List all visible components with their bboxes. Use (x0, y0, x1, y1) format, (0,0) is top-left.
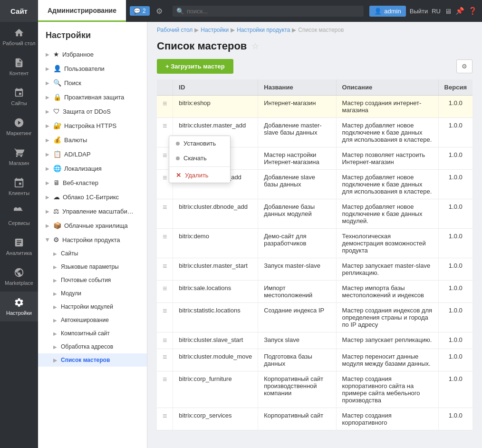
table-row[interactable]: ≡ bitrix:corp_furniture Корпоративный са… (157, 371, 472, 408)
drag-handle-icon[interactable]: ≡ (163, 412, 167, 420)
scale-icon: ⚖ (53, 207, 59, 215)
sidebar-item-cloudstorage[interactable]: ▶ 📦 Облачные хранилища (38, 218, 147, 233)
favorites-icon: ★ (53, 50, 59, 58)
sidebar-item-content[interactable]: Контент (0, 52, 38, 82)
drag-handle-icon[interactable]: ≡ (163, 122, 167, 130)
col-id-header[interactable]: ID (173, 79, 258, 96)
table-row[interactable]: ≡ bitrix:statistic.locations Создание ин… (157, 303, 472, 332)
table-row[interactable]: ≡ bitrix:sale.locations Импорт местополо… (157, 281, 472, 303)
sidebar-item-https[interactable]: ▶ 🔐 Настройка HTTPS (38, 118, 147, 133)
sidebar-item-sites-sub[interactable]: ▶ Сайты (38, 247, 147, 260)
ver-cell: 1.0.0 (438, 281, 472, 303)
breadcrumb-settings[interactable]: Настройки (201, 27, 229, 33)
breadcrumb-product[interactable]: Настройки продукта (237, 27, 290, 33)
sidebar-item-composite-sub[interactable]: ▶ Композитный сайт (38, 327, 147, 340)
col-name-header[interactable]: Название (258, 79, 336, 96)
sidebar-item-product[interactable]: ▶ ⚙ Настройки продукта (38, 233, 147, 247)
name-cell: Запуск slave (258, 332, 336, 349)
sidebar-item-marketing[interactable]: Маркетинг (0, 112, 38, 142)
admin-tab[interactable]: Администрирование (38, 0, 126, 22)
exit-button[interactable]: Выйти (410, 8, 428, 15)
drag-handle-icon[interactable]: ≡ (163, 375, 167, 383)
favorite-star-icon[interactable]: ☆ (251, 41, 259, 51)
sidebar-item-scale[interactable]: ▶ ⚖ Управление масштабирова (38, 204, 147, 218)
id-cell: bitrix:demo (173, 229, 258, 258)
drag-handle-icon[interactable]: ≡ (163, 99, 167, 107)
arrow-expanded-icon: ▶ (45, 238, 50, 242)
notifications-badge[interactable]: 💬 2 (130, 6, 150, 16)
sidebar-item-ddos[interactable]: ▶ 🛡 Защита от DDoS (38, 104, 147, 118)
sidebar-item-wizards-sub[interactable]: ▶ Список мастеров (38, 353, 147, 367)
table-row[interactable]: ≡ bitrix:cluster.module_move Подготовка … (157, 349, 472, 371)
search-sidebar-icon: 🔍 (53, 79, 61, 87)
pin-icon[interactable]: 📌 (455, 7, 464, 15)
table-row[interactable]: ≡ bitrix:cluster.dbnode_add Добавление б… (157, 199, 472, 229)
drag-handle-icon[interactable]: ≡ (163, 307, 167, 315)
desc-cell: Мастер запускает master-slave репликацию… (336, 258, 438, 281)
table-row[interactable]: ≡ bitrix:demo Демо-сайт для разработчико… (157, 229, 472, 258)
sidebar-item-users[interactable]: ▶ 👤 Пользователи (38, 61, 147, 76)
add-wizard-button[interactable]: + Загрузить мастер (157, 59, 233, 74)
admin-user-button[interactable]: 👤 admin (369, 6, 405, 17)
ver-cell: 1.0.0 (438, 408, 472, 430)
sidebar-item-settings[interactable]: Настройки (0, 292, 38, 321)
sidebar-item-marketplace[interactable]: Marketplace (0, 262, 38, 292)
monitor-icon[interactable]: 🖥 (444, 7, 452, 15)
sidebar-item-addresses-sub[interactable]: ▶ Обработка адресов (38, 340, 147, 353)
site-button[interactable]: Сайт (0, 0, 38, 22)
gear-nav-button[interactable]: ⚙ (152, 3, 167, 19)
sidebar-item-currency[interactable]: ▶ 💰 Валюты (38, 133, 147, 147)
breadcrumb-dashboard[interactable]: Рабочий стол (157, 27, 193, 33)
col-desc-header[interactable]: Описание (336, 79, 438, 96)
home-icon (14, 28, 24, 38)
sidebar-item-dashboard[interactable]: Рабочий стол (0, 22, 38, 52)
drag-handle-icon[interactable]: ≡ (163, 353, 167, 361)
sidebar-item-services[interactable]: Сервисы (0, 202, 38, 232)
table-row[interactable]: ≡ bitrix:cluster.slave_start Запуск slav… (157, 332, 472, 349)
sidebar-item-lang-sub[interactable]: ▶ Языковые параметры (38, 260, 147, 273)
context-install[interactable]: Установить (169, 136, 230, 151)
lang-button[interactable]: RU (432, 8, 441, 15)
drag-handle-icon[interactable]: ≡ (163, 151, 167, 159)
drag-cell: ≡ (157, 229, 173, 258)
sidebar-item-sites[interactable]: Сайты (0, 82, 38, 112)
sidebar-item-autocache-sub[interactable]: ▶ Автокеширование (38, 313, 147, 327)
shop-icon (14, 147, 24, 158)
https-icon: 🔐 (53, 122, 61, 129)
table-row[interactable]: ≡ bitrix:corp_services Корпоративный сай… (157, 408, 472, 430)
drag-handle-icon[interactable]: ≡ (163, 233, 167, 241)
sidebar-item-search[interactable]: ▶ 🔍 Поиск (38, 76, 147, 90)
arrow-icon: ▶ (46, 123, 49, 128)
help-icon[interactable]: ❓ (468, 7, 477, 15)
id-cell: bitrix:corp_furniture (173, 371, 258, 408)
context-delete[interactable]: ✕ Удалить (169, 168, 230, 183)
col-ver-header[interactable]: Версия (438, 79, 472, 96)
sidebar-item-localization[interactable]: ▶ 🌐 Локализация (38, 161, 147, 175)
table-row[interactable]: ≡ bitrix:cluster.master_start Запуск mas… (157, 258, 472, 281)
sidebar-item-favorites[interactable]: ▶ ★ Избранное (38, 47, 147, 61)
drag-handle-icon[interactable]: ≡ (163, 262, 167, 270)
sidebar-item-cloud[interactable]: ▶ ☁ Облако 1С-Битрикс (38, 190, 147, 204)
drag-handle-icon[interactable]: ≡ (163, 203, 167, 211)
sidebar-item-proactive[interactable]: ▶ 🔒 Проактивная защита (38, 90, 147, 104)
ver-cell: 1.0.0 (438, 170, 472, 199)
sidebar-item-webcluster[interactable]: ▶ 🖥 Веб-кластер (38, 175, 147, 190)
drag-handle-icon[interactable]: ≡ (163, 336, 167, 344)
sidebar-item-module-settings-sub[interactable]: ▶ Настройки модулей (38, 300, 147, 313)
arrow-icon: ▶ (46, 223, 49, 228)
drag-handle-icon[interactable]: ≡ (163, 284, 167, 292)
context-download[interactable]: Скачать (169, 151, 230, 166)
adldap-icon: 📋 (53, 150, 61, 158)
name-cell: Добавление базы данных модулей (258, 199, 336, 229)
sidebar-item-analytics[interactable]: Аналитика (0, 232, 38, 262)
table-row[interactable]: ≡ bitrix:eshop Интернет-магазин Мастер с… (157, 96, 472, 118)
search-input[interactable] (187, 8, 360, 15)
sidebar-item-modules-sub[interactable]: ▶ Модули (38, 287, 147, 300)
sidebar-item-clients[interactable]: Клиенты (0, 172, 38, 202)
sidebar-item-mail-sub[interactable]: ▶ Почтовые события (38, 273, 147, 287)
table-settings-button[interactable]: ⚙ (456, 59, 472, 73)
sidebar-item-shop[interactable]: Магазин (0, 142, 38, 172)
sidebar-item-adldap[interactable]: ▶ 📋 AD/LDAP (38, 147, 147, 161)
drag-handle-icon[interactable]: ≡ (163, 174, 167, 182)
download-dot-icon (176, 156, 180, 160)
